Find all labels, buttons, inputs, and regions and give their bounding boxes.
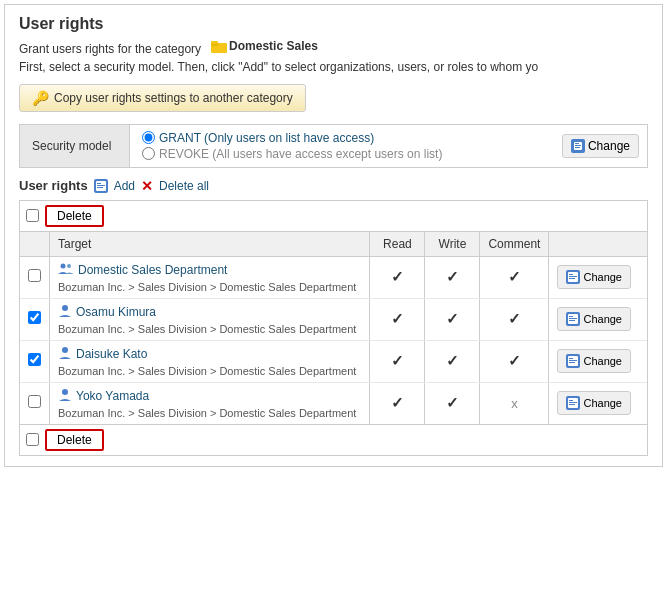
svg-rect-10	[97, 183, 101, 184]
change-cell-2: Change	[549, 340, 647, 382]
edit-icon-row	[566, 396, 580, 410]
target-name-1: Osamu Kimura	[58, 304, 361, 321]
edit-icon	[571, 139, 585, 153]
security-change-button[interactable]: Change	[562, 134, 639, 158]
table-row: Osamu KimuraBozuman Inc. > Sales Divisio…	[20, 298, 647, 340]
change-cell-0: Change	[549, 256, 647, 298]
user-rights-header: User rights Add ✕ Delete all	[19, 178, 648, 194]
top-delete-button[interactable]: Delete	[45, 205, 104, 227]
target-path-3: Bozuman Inc. > Sales Division > Domestic…	[58, 407, 361, 419]
page-description: Grant users rights for the category Dome…	[19, 37, 648, 76]
change-button-2[interactable]: Change	[557, 349, 631, 373]
col-checkbox	[20, 232, 50, 257]
add-link[interactable]: Add	[114, 179, 135, 193]
target-path-0: Bozuman Inc. > Sales Division > Domestic…	[58, 281, 361, 293]
rights-table: Target Read Write Comment Domestic Sales…	[20, 232, 647, 424]
svg-point-14	[67, 264, 71, 268]
write-cell-0: ✓	[425, 256, 480, 298]
copy-button-label: Copy user rights settings to another cat…	[54, 91, 293, 105]
change-label: Change	[588, 139, 630, 153]
comment-cell-2: ✓	[480, 340, 549, 382]
target-path-1: Bozuman Inc. > Sales Division > Domestic…	[58, 323, 361, 335]
write-cell-1: ✓	[425, 298, 480, 340]
target-link-0[interactable]: Domestic Sales Department	[78, 263, 227, 277]
change-label-3: Change	[583, 397, 622, 409]
person-icon	[58, 304, 72, 321]
target-name-0: Domestic Sales Department	[58, 262, 361, 279]
row-checkbox-1[interactable]	[28, 311, 41, 324]
svg-rect-36	[569, 402, 577, 403]
svg-rect-31	[569, 362, 575, 363]
security-model-section: Security model GRANT (Only users on list…	[19, 124, 648, 168]
target-link-3[interactable]: Yoko Yamada	[76, 389, 149, 403]
page-title: User rights	[19, 15, 648, 33]
svg-rect-6	[575, 145, 581, 146]
change-label-1: Change	[583, 313, 622, 325]
svg-rect-29	[569, 358, 573, 359]
comment-cell-3: x	[480, 382, 549, 424]
revoke-option[interactable]: REVOKE (All users have access except use…	[142, 147, 550, 161]
select-all-checkbox[interactable]	[26, 209, 39, 222]
person-icon	[58, 388, 72, 405]
revoke-radio[interactable]	[142, 147, 155, 160]
svg-rect-25	[569, 320, 575, 321]
row-checkbox-3[interactable]	[28, 395, 41, 408]
svg-rect-19	[569, 278, 575, 279]
change-button-1[interactable]: Change	[557, 307, 631, 331]
copy-rights-button[interactable]: 🔑 Copy user rights settings to another c…	[19, 84, 306, 112]
category-name: Domestic Sales	[229, 37, 318, 55]
target-name-2: Daisuke Kato	[58, 346, 361, 363]
comment-cell-0: ✓	[480, 256, 549, 298]
key-icon: 🔑	[32, 90, 49, 106]
security-model-options: GRANT (Only users on list have access) R…	[130, 125, 562, 167]
target-link-1[interactable]: Osamu Kimura	[76, 305, 156, 319]
svg-rect-11	[97, 185, 105, 186]
col-write: Write	[425, 232, 480, 257]
person-icon	[58, 346, 72, 363]
row-checkbox-0[interactable]	[28, 269, 41, 282]
grant-option[interactable]: GRANT (Only users on list have access)	[142, 131, 550, 145]
change-cell-3: Change	[549, 382, 647, 424]
group-icon	[58, 262, 74, 279]
write-cell-2: ✓	[425, 340, 480, 382]
bottom-delete-bar: Delete	[20, 424, 647, 455]
svg-rect-12	[97, 187, 103, 188]
svg-point-13	[61, 263, 66, 268]
change-cell-1: Change	[549, 298, 647, 340]
delete-all-icon: ✕	[141, 178, 153, 194]
change-button-0[interactable]: Change	[557, 265, 631, 289]
row-checkbox-2[interactable]	[28, 353, 41, 366]
table-row: Domestic Sales DepartmentBozuman Inc. > …	[20, 256, 647, 298]
change-label-0: Change	[583, 271, 622, 283]
svg-point-26	[62, 347, 68, 353]
bottom-delete-button[interactable]: Delete	[45, 429, 104, 451]
svg-rect-18	[569, 276, 577, 277]
svg-point-32	[62, 389, 68, 395]
delete-all-link[interactable]: Delete all	[159, 179, 209, 193]
col-action	[549, 232, 647, 257]
target-path-2: Bozuman Inc. > Sales Division > Domestic…	[58, 365, 361, 377]
svg-rect-7	[575, 147, 580, 148]
svg-rect-30	[569, 360, 577, 361]
read-cell-3: ✓	[370, 382, 425, 424]
target-name-3: Yoko Yamada	[58, 388, 361, 405]
read-cell-2: ✓	[370, 340, 425, 382]
edit-icon-row	[566, 270, 580, 284]
grant-label: GRANT (Only users on list have access)	[159, 131, 374, 145]
svg-rect-2	[211, 41, 218, 44]
bottom-select-all-checkbox[interactable]	[26, 433, 39, 446]
security-model-label: Security model	[20, 125, 130, 167]
change-button-3[interactable]: Change	[557, 391, 631, 415]
col-comment: Comment	[480, 232, 549, 257]
section-title: User rights	[19, 178, 88, 193]
col-read: Read	[370, 232, 425, 257]
target-link-2[interactable]: Daisuke Kato	[76, 347, 147, 361]
svg-point-20	[62, 305, 68, 311]
grant-radio[interactable]	[142, 131, 155, 144]
rights-table-wrapper: Delete Target Read Write Comment D	[19, 200, 648, 456]
change-label-2: Change	[583, 355, 622, 367]
comment-cell-1: ✓	[480, 298, 549, 340]
revoke-label: REVOKE (All users have access except use…	[159, 147, 442, 161]
svg-rect-5	[575, 143, 579, 144]
table-header-row: Target Read Write Comment	[20, 232, 647, 257]
